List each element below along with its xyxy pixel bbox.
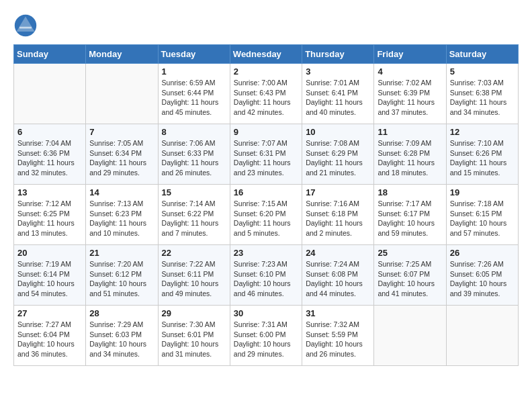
day-info: Sunrise: 7:00 AM Sunset: 6:43 PM Dayligh…: [234, 78, 298, 118]
calendar-table: SundayMondayTuesdayWednesdayThursdayFrid…: [13, 44, 519, 366]
day-number: 25: [378, 248, 442, 258]
calendar-cell: 22Sunrise: 7:22 AM Sunset: 6:11 PM Dayli…: [158, 245, 230, 306]
calendar-cell: 17Sunrise: 7:16 AM Sunset: 6:18 PM Dayli…: [302, 185, 374, 245]
calendar-cell: 21Sunrise: 7:20 AM Sunset: 6:12 PM Dayli…: [86, 245, 158, 306]
day-number: 12: [450, 127, 515, 137]
day-info: Sunrise: 7:09 AM Sunset: 6:28 PM Dayligh…: [378, 138, 442, 178]
day-number: 17: [306, 187, 370, 197]
page-header: [13, 13, 519, 38]
day-info: Sunrise: 7:25 AM Sunset: 6:07 PM Dayligh…: [378, 259, 442, 299]
day-number: 29: [162, 308, 226, 318]
day-number: 14: [89, 187, 154, 197]
calendar-cell: 27Sunrise: 7:27 AM Sunset: 6:04 PM Dayli…: [14, 306, 86, 366]
calendar-cell: 28Sunrise: 7:29 AM Sunset: 6:03 PM Dayli…: [86, 306, 158, 366]
day-number: 20: [17, 248, 82, 258]
calendar-cell: 3Sunrise: 7:01 AM Sunset: 6:41 PM Daylig…: [302, 64, 374, 124]
day-number: 13: [17, 187, 82, 197]
calendar-header: SundayMondayTuesdayWednesdayThursdayFrid…: [14, 45, 519, 64]
calendar-cell: 9Sunrise: 7:07 AM Sunset: 6:31 PM Daylig…: [230, 124, 302, 185]
day-number: 10: [306, 127, 370, 137]
day-info: Sunrise: 6:59 AM Sunset: 6:44 PM Dayligh…: [162, 78, 226, 118]
calendar-cell: 23Sunrise: 7:23 AM Sunset: 6:10 PM Dayli…: [230, 245, 302, 306]
day-info: Sunrise: 7:23 AM Sunset: 6:10 PM Dayligh…: [234, 259, 298, 299]
day-info: Sunrise: 7:01 AM Sunset: 6:41 PM Dayligh…: [306, 78, 370, 118]
day-info: Sunrise: 7:15 AM Sunset: 6:20 PM Dayligh…: [234, 199, 298, 238]
day-number: 16: [234, 187, 298, 197]
weekday-header-friday: Friday: [374, 45, 446, 64]
day-info: Sunrise: 7:03 AM Sunset: 6:38 PM Dayligh…: [450, 78, 515, 118]
weekday-header-row: SundayMondayTuesdayWednesdayThursdayFrid…: [14, 45, 519, 64]
day-info: Sunrise: 7:32 AM Sunset: 5:59 PM Dayligh…: [306, 320, 370, 359]
calendar-cell: 1Sunrise: 6:59 AM Sunset: 6:44 PM Daylig…: [158, 64, 230, 124]
day-info: Sunrise: 7:02 AM Sunset: 6:39 PM Dayligh…: [378, 78, 442, 118]
day-number: 22: [162, 248, 226, 258]
day-info: Sunrise: 7:12 AM Sunset: 6:25 PM Dayligh…: [17, 199, 82, 238]
calendar-cell: 6Sunrise: 7:04 AM Sunset: 6:36 PM Daylig…: [14, 124, 86, 185]
logo: [13, 13, 40, 38]
day-number: 21: [89, 248, 154, 258]
calendar-week-1: 1Sunrise: 6:59 AM Sunset: 6:44 PM Daylig…: [14, 64, 519, 124]
day-info: Sunrise: 7:07 AM Sunset: 6:31 PM Dayligh…: [234, 138, 298, 178]
day-number: 24: [306, 248, 370, 258]
day-info: Sunrise: 7:08 AM Sunset: 6:29 PM Dayligh…: [306, 138, 370, 178]
day-info: Sunrise: 7:13 AM Sunset: 6:23 PM Dayligh…: [89, 199, 154, 238]
day-info: Sunrise: 7:26 AM Sunset: 6:05 PM Dayligh…: [450, 259, 515, 299]
calendar-week-2: 6Sunrise: 7:04 AM Sunset: 6:36 PM Daylig…: [14, 124, 519, 185]
calendar-cell: 16Sunrise: 7:15 AM Sunset: 6:20 PM Dayli…: [230, 185, 302, 245]
day-number: 19: [450, 187, 515, 197]
calendar-cell: 14Sunrise: 7:13 AM Sunset: 6:23 PM Dayli…: [86, 185, 158, 245]
day-number: 18: [378, 187, 442, 197]
calendar-cell: 29Sunrise: 7:30 AM Sunset: 6:01 PM Dayli…: [158, 306, 230, 366]
weekday-header-saturday: Saturday: [446, 45, 518, 64]
day-info: Sunrise: 7:31 AM Sunset: 6:00 PM Dayligh…: [234, 320, 298, 359]
day-number: 8: [162, 127, 226, 137]
calendar-cell: 20Sunrise: 7:19 AM Sunset: 6:14 PM Dayli…: [14, 245, 86, 306]
calendar-cell: [86, 64, 158, 124]
day-number: 30: [234, 308, 298, 318]
day-number: 3: [306, 66, 370, 77]
calendar-cell: 11Sunrise: 7:09 AM Sunset: 6:28 PM Dayli…: [374, 124, 446, 185]
day-info: Sunrise: 7:10 AM Sunset: 6:26 PM Dayligh…: [450, 138, 515, 178]
day-info: Sunrise: 7:16 AM Sunset: 6:18 PM Dayligh…: [306, 199, 370, 238]
day-info: Sunrise: 7:30 AM Sunset: 6:01 PM Dayligh…: [162, 320, 226, 359]
day-info: Sunrise: 7:17 AM Sunset: 6:17 PM Dayligh…: [378, 199, 442, 238]
calendar-cell: 13Sunrise: 7:12 AM Sunset: 6:25 PM Dayli…: [14, 185, 86, 245]
calendar-cell: 12Sunrise: 7:10 AM Sunset: 6:26 PM Dayli…: [446, 124, 518, 185]
svg-rect-2: [19, 27, 32, 29]
day-number: 9: [234, 127, 298, 137]
day-number: 31: [306, 308, 370, 318]
calendar-cell: 10Sunrise: 7:08 AM Sunset: 6:29 PM Dayli…: [302, 124, 374, 185]
day-info: Sunrise: 7:06 AM Sunset: 6:33 PM Dayligh…: [162, 138, 226, 178]
day-number: 5: [450, 66, 515, 77]
calendar-week-5: 27Sunrise: 7:27 AM Sunset: 6:04 PM Dayli…: [14, 306, 519, 366]
day-info: Sunrise: 7:24 AM Sunset: 6:08 PM Dayligh…: [306, 259, 370, 299]
day-info: Sunrise: 7:18 AM Sunset: 6:15 PM Dayligh…: [450, 199, 515, 238]
weekday-header-sunday: Sunday: [14, 45, 86, 64]
calendar-cell: 5Sunrise: 7:03 AM Sunset: 6:38 PM Daylig…: [446, 64, 518, 124]
day-number: 6: [17, 127, 82, 137]
day-number: 28: [89, 308, 154, 318]
calendar-cell: 30Sunrise: 7:31 AM Sunset: 6:00 PM Dayli…: [230, 306, 302, 366]
day-number: 1: [162, 66, 226, 77]
day-info: Sunrise: 7:22 AM Sunset: 6:11 PM Dayligh…: [162, 259, 226, 299]
day-number: 4: [378, 66, 442, 77]
calendar-cell: 26Sunrise: 7:26 AM Sunset: 6:05 PM Dayli…: [446, 245, 518, 306]
day-number: 26: [450, 248, 515, 258]
calendar-cell: 18Sunrise: 7:17 AM Sunset: 6:17 PM Dayli…: [374, 185, 446, 245]
logo-icon: [13, 13, 38, 38]
calendar-cell: 8Sunrise: 7:06 AM Sunset: 6:33 PM Daylig…: [158, 124, 230, 185]
calendar-week-4: 20Sunrise: 7:19 AM Sunset: 6:14 PM Dayli…: [14, 245, 519, 306]
day-info: Sunrise: 7:20 AM Sunset: 6:12 PM Dayligh…: [89, 259, 154, 299]
weekday-header-wednesday: Wednesday: [230, 45, 302, 64]
calendar-cell: 24Sunrise: 7:24 AM Sunset: 6:08 PM Dayli…: [302, 245, 374, 306]
day-info: Sunrise: 7:05 AM Sunset: 6:34 PM Dayligh…: [89, 138, 154, 178]
calendar-week-3: 13Sunrise: 7:12 AM Sunset: 6:25 PM Dayli…: [14, 185, 519, 245]
calendar-cell: 25Sunrise: 7:25 AM Sunset: 6:07 PM Dayli…: [374, 245, 446, 306]
day-number: 11: [378, 127, 442, 137]
weekday-header-thursday: Thursday: [302, 45, 374, 64]
calendar-cell: 15Sunrise: 7:14 AM Sunset: 6:22 PM Dayli…: [158, 185, 230, 245]
day-info: Sunrise: 7:29 AM Sunset: 6:03 PM Dayligh…: [89, 320, 154, 359]
weekday-header-monday: Monday: [86, 45, 158, 64]
calendar-cell: 2Sunrise: 7:00 AM Sunset: 6:43 PM Daylig…: [230, 64, 302, 124]
calendar-cell: 31Sunrise: 7:32 AM Sunset: 5:59 PM Dayli…: [302, 306, 374, 366]
